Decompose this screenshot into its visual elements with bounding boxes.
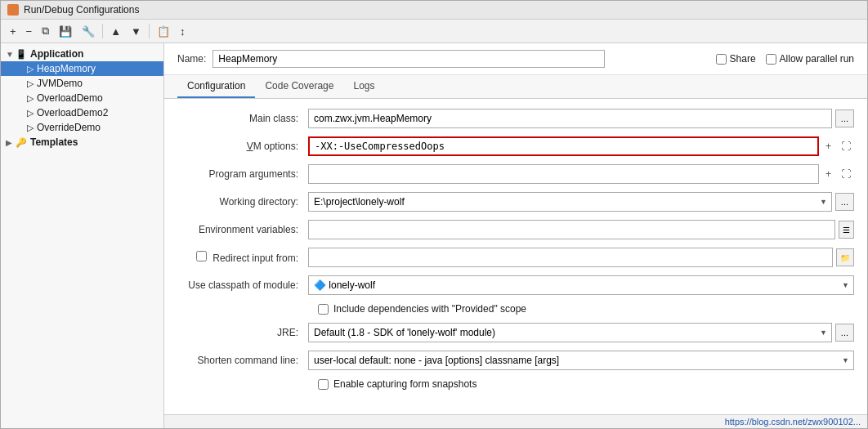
sidebar-item-overloaddemo[interactable]: ▷ OverloadDemo — [1, 91, 163, 105]
name-row: Name: Share Allow parallel run — [164, 43, 867, 75]
app-icon — [7, 4, 19, 16]
working-dir-control: E:\project\lonely-wolf ... — [308, 192, 854, 212]
name-input[interactable] — [213, 50, 605, 68]
heapmemory-icon: ▷ — [27, 64, 34, 74]
enable-capturing-checkbox[interactable] — [318, 379, 329, 390]
vm-options-row: VM options: + ⛶ — [177, 136, 854, 156]
move-down-button[interactable]: ▼ — [127, 23, 145, 40]
jre-control: Default (1.8 - SDK of 'lonely-wolf' modu… — [308, 323, 854, 342]
sidebar-item-overridedemo[interactable]: ▷ OverrideDemo — [1, 120, 163, 135]
env-vars-browse-button[interactable]: ☰ — [839, 221, 854, 239]
main-content: ▼ 📱 Application ▷ HeapMemory ▷ JVMDemo ▷… — [1, 43, 867, 428]
sidebar-item-application[interactable]: ▼ 📱 Application — [1, 47, 163, 61]
working-dir-browse-button[interactable]: ... — [835, 193, 854, 211]
save-button[interactable]: 💾 — [55, 23, 76, 40]
jre-dropdown[interactable]: Default (1.8 - SDK of 'lonely-wolf' modu… — [308, 323, 832, 342]
toolbar: + − ⧉ 💾 🔧 ▲ ▼ 📋 ↕ — [1, 20, 867, 43]
main-class-row: Main class: ... — [177, 109, 854, 128]
overloaddemo-icon: ▷ — [27, 93, 34, 104]
vm-options-fullscreen-button[interactable]: ⛶ — [838, 139, 854, 154]
right-panel: Name: Share Allow parallel run Configu — [164, 43, 867, 428]
tab-logs[interactable]: Logs — [343, 75, 384, 98]
share-checkbox[interactable] — [716, 54, 727, 65]
jre-row: JRE: Default (1.8 - SDK of 'lonely-wolf'… — [177, 323, 854, 342]
program-args-control: + ⛶ — [308, 164, 854, 184]
arrow-templates: ▶ — [6, 138, 16, 147]
share-checkbox-label[interactable]: Share — [716, 53, 756, 65]
folder-button[interactable]: 📋 — [153, 23, 174, 40]
env-vars-input[interactable] — [308, 220, 835, 239]
vm-options-input[interactable] — [308, 136, 819, 156]
overloaddemo2-label: OverloadDemo2 — [37, 107, 108, 118]
program-args-expand-button[interactable]: + — [822, 167, 834, 181]
tab-configuration[interactable]: Configuration — [177, 75, 255, 98]
enable-capturing-label: Enable capturing form snapshots — [333, 378, 477, 390]
share-area: Share Allow parallel run — [716, 53, 854, 65]
main-class-input[interactable] — [308, 109, 832, 128]
shorten-control: user-local default: none - java [options… — [308, 351, 854, 370]
sort-button[interactable]: ↕ — [176, 23, 190, 40]
heapmemory-label: HeapMemory — [37, 63, 96, 74]
redirect-control: 📁 — [308, 248, 854, 267]
classpath-dropdown[interactable]: 🔷 lonely-wolf — [308, 275, 854, 295]
jvmdemo-label: JVMDemo — [37, 78, 83, 89]
footer-url: https://blog.csdn.net/zwx900102... — [164, 414, 867, 428]
main-class-control: ... — [308, 109, 854, 128]
arrow-application: ▼ — [6, 50, 16, 59]
jvmdemo-icon: ▷ — [27, 78, 34, 89]
include-deps-checkbox[interactable] — [318, 304, 329, 315]
jre-label: JRE: — [177, 327, 308, 338]
env-vars-row: Environment variables: ☰ — [177, 220, 854, 239]
shorten-row: Shorten command line: user-local default… — [177, 351, 854, 370]
copy-button[interactable]: ⧉ — [38, 22, 53, 40]
program-args-row: Program arguments: + ⛶ — [177, 164, 854, 184]
name-label: Name: — [177, 53, 206, 65]
sidebar-item-jvmdemo[interactable]: ▷ JVMDemo — [1, 76, 163, 91]
url-text: https://blog.csdn.net/zwx900102... — [725, 417, 861, 427]
parallel-label: Allow parallel run — [780, 53, 854, 65]
remove-button[interactable]: − — [22, 23, 37, 40]
sidebar: ▼ 📱 Application ▷ HeapMemory ▷ JVMDemo ▷… — [1, 43, 164, 428]
parallel-checkbox[interactable] — [766, 54, 776, 65]
jre-browse-button[interactable]: ... — [835, 324, 854, 342]
include-deps-row: Include dependencies with "Provided" sco… — [318, 303, 854, 315]
redirect-browse-button[interactable]: 📁 — [836, 248, 854, 266]
separator-1 — [102, 24, 103, 38]
move-up-button[interactable]: ▲ — [106, 23, 125, 40]
program-args-label: Program arguments: — [177, 168, 308, 180]
env-vars-control: ☰ — [308, 220, 854, 239]
main-class-label: Main class: — [177, 113, 308, 124]
redirect-input[interactable] — [308, 248, 833, 267]
program-args-fullscreen-button[interactable]: ⛶ — [838, 167, 854, 181]
overridedemo-icon: ▷ — [27, 123, 34, 133]
include-deps-label: Include dependencies with "Provided" sco… — [333, 303, 526, 315]
classpath-row: Use classpath of module: 🔷 lonely-wolf — [177, 275, 854, 295]
program-args-input[interactable] — [308, 164, 819, 184]
settings-button[interactable]: 🔧 — [78, 23, 99, 40]
add-button[interactable]: + — [6, 23, 20, 40]
sidebar-item-heapmemory[interactable]: ▷ HeapMemory — [1, 61, 163, 76]
share-label: Share — [730, 53, 756, 65]
sidebar-item-overloaddemo2[interactable]: ▷ OverloadDemo2 — [1, 105, 163, 120]
application-icon: 📱 — [16, 49, 27, 60]
working-dir-dropdown[interactable]: E:\project\lonely-wolf — [308, 192, 832, 212]
overloaddemo-label: OverloadDemo — [37, 92, 103, 104]
templates-icon: 🔑 — [16, 137, 27, 148]
tab-code-coverage[interactable]: Code Coverage — [255, 75, 343, 98]
enable-capturing-row: Enable capturing form snapshots — [318, 378, 854, 390]
sidebar-item-templates[interactable]: ▶ 🔑 Templates — [1, 135, 163, 150]
redirect-label: Redirect input from: — [177, 251, 308, 264]
main-class-browse-button[interactable]: ... — [835, 109, 854, 127]
redirect-checkbox[interactable] — [196, 251, 207, 261]
env-vars-label: Environment variables: — [177, 224, 308, 235]
classpath-label: Use classpath of module: — [177, 279, 308, 291]
classpath-control: 🔷 lonely-wolf — [308, 275, 854, 295]
parallel-checkbox-label[interactable]: Allow parallel run — [766, 53, 854, 65]
shorten-dropdown[interactable]: user-local default: none - java [options… — [308, 351, 854, 370]
templates-label: Templates — [30, 136, 78, 148]
shorten-label: Shorten command line: — [177, 355, 308, 366]
working-dir-label: Working directory: — [177, 196, 308, 208]
redirect-text: Redirect input from: — [213, 252, 298, 264]
overridedemo-label: OverrideDemo — [37, 122, 101, 133]
vm-options-expand-button[interactable]: + — [822, 139, 834, 154]
